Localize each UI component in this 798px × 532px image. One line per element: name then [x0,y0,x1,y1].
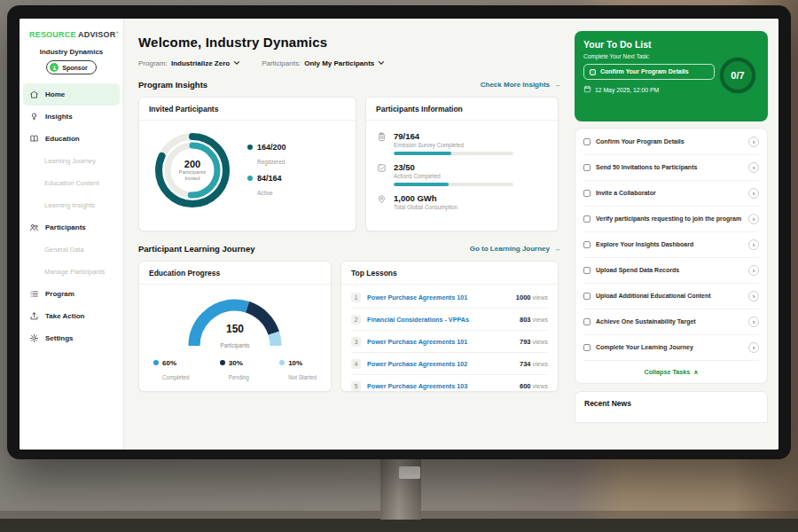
task-row[interactable]: Upload Additional Educational Content › [583,284,759,309]
recent-news-card: Recent News [575,391,768,423]
sidebar: RESOURCE ADVISOR+ Industry Dynamics Spon… [20,19,124,450]
chevron-right-icon[interactable]: › [748,342,759,353]
chevron-right-icon[interactable]: › [748,317,759,327]
task-row[interactable]: Achieve One Sustainability Target › [583,309,759,335]
legend-item: 10% Not Started [279,359,317,383]
sidebar-item-program[interactable]: Program [20,283,123,305]
card-title: Top Lessons [341,262,558,285]
chevron-right-icon[interactable]: › [748,291,759,301]
lesson-views-value: 803 [520,316,531,324]
lesson-views-value: 600 [520,382,531,390]
lesson-rank: 4 [351,359,361,369]
participants-filter[interactable]: Participants: Only My Participants [262,59,385,67]
gauge-center-value: 150 [184,323,286,335]
checkbox-icon[interactable] [583,344,591,351]
due-date-text: 12 May 2025, 12:00 PM [595,87,659,93]
checkbox-icon[interactable] [583,164,591,171]
gauge-legend: 60% Completed 30% Pending [150,349,320,383]
logo-primary: RESOURCE [29,30,76,39]
sidebar-item-education-content[interactable]: Education Content [20,172,123,194]
lesson-views-value: 1000 [516,293,531,301]
sidebar-item-settings[interactable]: Settings [20,327,123,349]
checkbox-icon[interactable] [583,241,591,248]
checkbox-icon[interactable] [583,190,591,197]
sidebar-item-home[interactable]: Home [23,83,120,106]
next-task-chip[interactable]: Confirm Your Program Details [583,64,715,80]
legend-value: 60% [162,359,189,367]
checkbox-icon[interactable] [583,318,591,325]
info-progress-fill [394,183,449,186]
task-row[interactable]: Explore Your Insights Dashboard › [583,232,759,258]
info-progress-fill [394,152,451,155]
task-row[interactable]: Verify participants requesting to join t… [583,207,759,232]
invited-legend: 164/200 Registered 84/164 Active [247,137,286,205]
task-label: Invite a Collaborator [596,189,743,197]
sidebar-item-take-action[interactable]: Take Action [20,305,123,327]
chevron-right-icon[interactable]: › [748,137,759,147]
task-label: Upload Spend Data Records [596,266,743,274]
task-label: Confirm Your Program Details [596,137,743,145]
check-more-insights-link[interactable]: Check More Insights → [481,81,560,89]
task-list-card: Confirm Your Program Details › Send 50 I… [575,128,768,384]
checkbox-icon[interactable] [583,138,591,145]
task-label: Explore Your Insights Dashboard [596,240,743,248]
sidebar-item-label: Program [45,290,74,298]
consumption-pin-icon [377,194,387,210]
sponsor-label: Sponsor [62,65,87,71]
task-row[interactable]: Send 50 Invitations to Participants › [583,155,759,181]
program-filter[interactable]: Program: Industrialize Zero [138,59,240,67]
lesson-views-unit: views [532,317,548,323]
stat-value: 23/50 [394,162,513,172]
checkbox-icon[interactable] [583,267,591,274]
logo-secondary: ADVISOR [78,30,115,39]
lesson-link[interactable]: Power Purchase Agreements 101 [367,338,513,346]
sidebar-item-manage-participants[interactable]: Manage Participants [20,261,123,283]
sidebar-item-education[interactable]: Education [20,128,123,150]
program-filter-label: Program: [138,59,168,67]
sidebar-item-learning-insights[interactable]: Learning Insights [20,194,123,216]
task-row[interactable]: Confirm Your Program Details › [583,129,759,155]
task-row[interactable]: Upload Spend Data Records › [583,258,759,284]
chevron-right-icon[interactable]: › [748,162,759,173]
sidebar-item-insights[interactable]: Insights [20,106,123,128]
lesson-link[interactable]: Power Purchase Agreements 102 [367,360,513,368]
lesson-row: 5 Power Purchase Agreements 103 600 view… [351,375,548,392]
chevron-right-icon[interactable]: › [748,214,759,224]
lesson-link[interactable]: Financial Considerations - VPPAs [367,316,513,324]
monitor-stand-clip [399,466,420,479]
sidebar-item-label: Insights [45,113,73,121]
lesson-rank: 1 [351,293,361,302]
legend-value: 84/164 [257,174,282,183]
sidebar-item-general-data[interactable]: General Data [20,239,123,261]
desk-edge [0,519,798,532]
checkbox-icon[interactable] [590,69,596,75]
legend-label: Not Started [288,374,317,380]
chevron-down-icon [378,59,385,67]
chevron-right-icon[interactable]: › [748,239,759,250]
stat-label: Actions Completed [394,173,513,179]
legend-value: 10% [288,359,317,367]
sponsor-badge[interactable]: Sponsor [46,60,96,74]
sidebar-item-participants[interactable]: Participants [20,216,123,239]
collapse-tasks-link[interactable]: Collapse Tasks ∧ [583,360,759,382]
education-progress-card: Education Progress 150 Particip [138,261,332,392]
lesson-link[interactable]: Power Purchase Agreements 103 [367,382,513,390]
link-label: Check More Insights [481,81,550,89]
home-icon [29,90,39,99]
sponsor-avatar-icon [50,63,59,72]
lesson-link[interactable]: Power Purchase Agreements 101 [367,293,510,301]
sidebar-item-learning-journey[interactable]: Learning Journey [20,150,123,172]
chevron-right-icon[interactable]: › [748,265,759,276]
task-label: Upload Additional Educational Content [596,292,743,300]
task-row[interactable]: Complete Your Learning Journey › [583,335,759,360]
legend-label: Active [257,190,273,196]
program-list-icon [29,289,39,299]
go-to-learning-journey-link[interactable]: Go to Learning Journey → [470,245,560,253]
chevron-right-icon[interactable]: › [748,188,759,199]
task-row[interactable]: Invite a Collaborator › [583,181,759,207]
todo-progress-text: 0/7 [716,53,760,98]
todo-panel: Your To Do List Complete Your Next Task:… [573,19,778,450]
todo-progress-ring: 0/7 [716,53,760,98]
checkbox-icon[interactable] [583,215,591,223]
checkbox-icon[interactable] [583,293,591,300]
